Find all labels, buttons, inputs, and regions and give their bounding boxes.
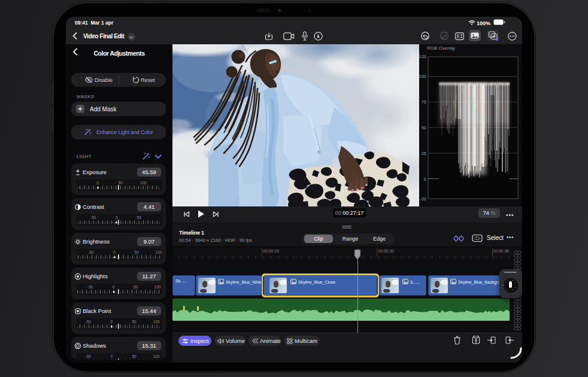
svg-text:50: 50 [137, 215, 142, 220]
svg-text:100: 100 [419, 74, 426, 79]
svg-text:-50: -50 [88, 250, 94, 254]
svg-text:50: 50 [132, 354, 137, 358]
svg-text:RGB Overlay: RGB Overlay [427, 45, 455, 51]
svg-text:-50: -50 [86, 320, 92, 324]
svg-text:50: 50 [134, 285, 138, 289]
svg-text:100: 100 [154, 285, 161, 289]
svg-text:0: 0 [116, 215, 118, 220]
svg-text:-50: -50 [90, 215, 96, 220]
svg-text:100: 100 [140, 181, 147, 185]
svg-text:100: 100 [156, 250, 162, 254]
svg-text:0: 0 [113, 250, 116, 254]
svg-text:50: 50 [118, 181, 123, 185]
svg-text:75: 75 [422, 99, 426, 105]
svg-text:50: 50 [135, 250, 140, 254]
svg-text:0: 0 [424, 177, 426, 182]
svg-text:25: 25 [422, 151, 426, 156]
svg-text:0: 0 [113, 285, 115, 289]
svg-text:120: 120 [419, 54, 426, 59]
svg-text:0: 0 [96, 181, 99, 185]
svg-text:-50: -50 [87, 285, 93, 289]
svg-text:50: 50 [422, 125, 426, 130]
svg-text:100: 100 [153, 320, 160, 324]
svg-text:0: 0 [111, 320, 113, 324]
svg-text:-20: -20 [420, 196, 426, 202]
svg-text:0: 0 [111, 354, 113, 358]
svg-text:50: 50 [132, 320, 137, 324]
svg-text:100: 100 [153, 354, 160, 358]
svg-text:-50: -50 [86, 354, 92, 358]
